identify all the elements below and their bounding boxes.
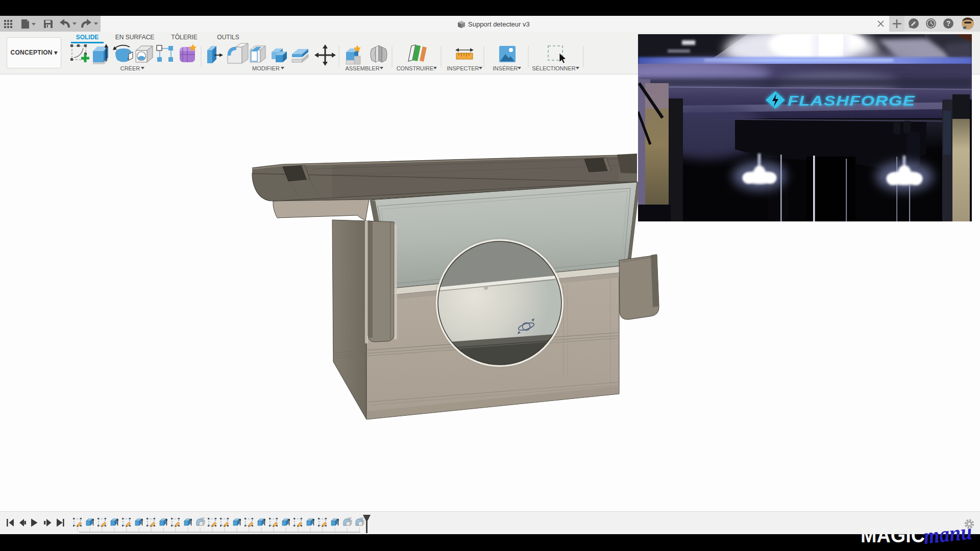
svg-text:ASSEMBLER: ASSEMBLER <box>345 65 379 71</box>
svg-text:INSPECTER: INSPECTER <box>447 65 479 71</box>
svg-text:Support detecteur v3: Support detecteur v3 <box>468 20 530 28</box>
svg-text:CRÉER: CRÉER <box>120 65 140 71</box>
svg-text:SOLIDE: SOLIDE <box>76 34 99 41</box>
svg-text:manu: manu <box>922 519 973 549</box>
svg-text:?: ? <box>946 19 951 28</box>
svg-text:MODIFIER: MODIFIER <box>252 65 280 71</box>
svg-text:MAGIC: MAGIC <box>861 523 925 547</box>
svg-text:INSÉRER: INSÉRER <box>493 65 518 71</box>
svg-text:FLASHFORGE: FLASHFORGE <box>788 93 915 109</box>
svg-text:EN SURFACE: EN SURFACE <box>115 34 155 41</box>
svg-text:SÉLECTIONNER: SÉLECTIONNER <box>532 65 576 71</box>
svg-text:TÔLERIE: TÔLERIE <box>171 33 197 41</box>
svg-text:OUTILS: OUTILS <box>217 34 239 41</box>
svg-text:CONSTRUIRE: CONSTRUIRE <box>397 65 434 71</box>
